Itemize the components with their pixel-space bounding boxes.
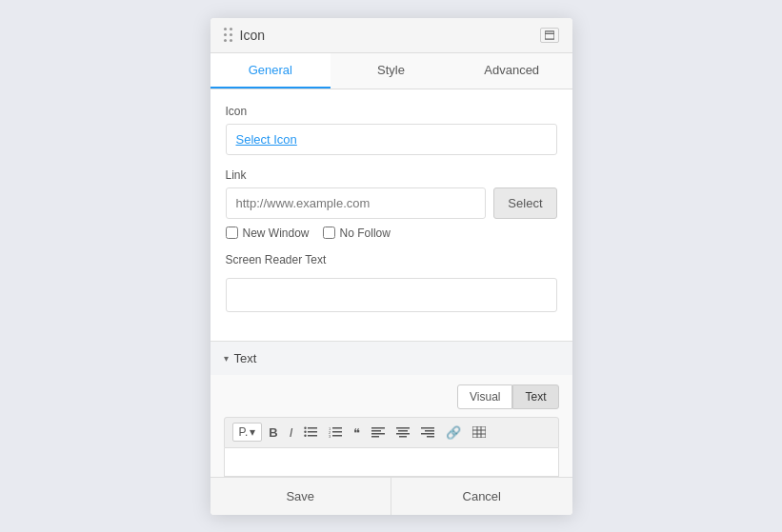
align-center-icon [396, 426, 410, 438]
unordered-list-button[interactable] [299, 424, 322, 441]
svg-rect-4 [308, 435, 317, 437]
blockquote-button[interactable]: ❝ [349, 423, 365, 443]
no-follow-checkbox-label[interactable]: No Follow [323, 227, 391, 240]
svg-rect-0 [545, 30, 554, 38]
link-field-group: Link Select New Window No Follow [226, 168, 557, 240]
link-row: Select [226, 187, 557, 219]
align-left-button[interactable] [367, 424, 390, 441]
svg-rect-20 [396, 433, 410, 435]
paragraph-label: P. [239, 425, 249, 439]
svg-point-7 [305, 435, 307, 437]
svg-rect-3 [308, 431, 317, 433]
table-button[interactable] [468, 424, 491, 441]
new-window-checkbox-label[interactable]: New Window [226, 227, 310, 240]
svg-rect-14 [371, 427, 385, 429]
svg-point-5 [305, 427, 307, 429]
paragraph-chevron-icon: ▾ [250, 425, 255, 439]
svg-rect-19 [398, 430, 408, 432]
panel-title: Icon [240, 28, 265, 43]
unordered-list-icon [304, 426, 317, 438]
svg-rect-15 [371, 430, 381, 432]
link-label: Link [226, 168, 557, 182]
align-right-icon [421, 426, 434, 438]
tabs-bar: General Style Advanced [211, 53, 572, 89]
link-select-button[interactable]: Select [493, 187, 556, 219]
svg-text:3: 3 [329, 434, 331, 439]
align-center-button[interactable] [391, 424, 414, 441]
panel-footer: Save Cancel [211, 477, 572, 515]
svg-point-6 [305, 431, 307, 433]
svg-rect-2 [308, 427, 317, 429]
svg-rect-16 [371, 433, 385, 435]
table-icon [472, 426, 486, 438]
link-button[interactable]: 🔗 [441, 423, 466, 443]
minimize-button[interactable] [540, 28, 559, 43]
panel-body: Icon Select Icon Link Select New Window … [211, 89, 572, 341]
screen-reader-label: Screen Reader Text [226, 253, 557, 266]
tab-general[interactable]: General [211, 53, 331, 89]
text-section-label: Text [234, 351, 257, 365]
screen-reader-input[interactable] [226, 278, 557, 312]
svg-rect-17 [371, 436, 379, 438]
svg-rect-8 [332, 427, 342, 429]
editor-area: Visual Text P. ▾ B I 123 ❝ [211, 375, 572, 477]
screen-reader-field-group: Screen Reader Text [226, 253, 557, 312]
svg-rect-10 [332, 435, 342, 437]
drag-handle[interactable] [224, 28, 232, 42]
align-right-button[interactable] [416, 424, 439, 441]
editor-tab-visual[interactable]: Visual [457, 384, 512, 409]
ordered-list-icon: 123 [329, 426, 342, 438]
svg-rect-21 [399, 436, 407, 438]
tab-style[interactable]: Style [331, 53, 451, 89]
editor-content[interactable] [224, 448, 559, 477]
tab-advanced[interactable]: Advanced [451, 53, 572, 89]
svg-rect-23 [425, 430, 434, 432]
new-window-label: New Window [243, 227, 310, 240]
ordered-list-button[interactable]: 123 [324, 424, 347, 441]
new-window-checkbox[interactable] [226, 227, 238, 239]
editor-toolbar: P. ▾ B I 123 ❝ 🔗 [224, 417, 559, 448]
icon-field-group: Icon Select Icon [226, 105, 557, 155]
editor-tabs: Visual Text [224, 384, 559, 409]
select-icon-button[interactable]: Select Icon [226, 124, 557, 155]
icon-panel: Icon General Style Advanced Icon Select … [211, 18, 572, 515]
svg-rect-9 [332, 431, 342, 433]
svg-rect-22 [421, 427, 434, 429]
link-input[interactable] [226, 187, 487, 219]
minimize-icon [545, 30, 554, 40]
editor-tab-text[interactable]: Text [512, 384, 558, 409]
chevron-down-icon: ▾ [224, 353, 229, 364]
checkboxes-row: New Window No Follow [226, 227, 557, 240]
svg-rect-18 [396, 427, 410, 429]
italic-button[interactable]: I [285, 423, 298, 443]
no-follow-checkbox[interactable] [323, 227, 335, 239]
cancel-button[interactable]: Cancel [391, 478, 572, 515]
text-section-divider[interactable]: ▾ Text [211, 341, 572, 375]
svg-rect-25 [427, 436, 434, 438]
align-left-icon [371, 426, 385, 438]
svg-rect-24 [421, 433, 434, 435]
no-follow-label: No Follow [340, 227, 391, 240]
paragraph-dropdown[interactable]: P. ▾ [232, 423, 263, 442]
save-button[interactable]: Save [211, 478, 392, 515]
bold-button[interactable]: B [264, 423, 282, 443]
icon-label: Icon [226, 105, 557, 118]
svg-rect-26 [472, 426, 486, 438]
panel-header: Icon [211, 18, 572, 53]
panel-header-left: Icon [224, 28, 265, 43]
